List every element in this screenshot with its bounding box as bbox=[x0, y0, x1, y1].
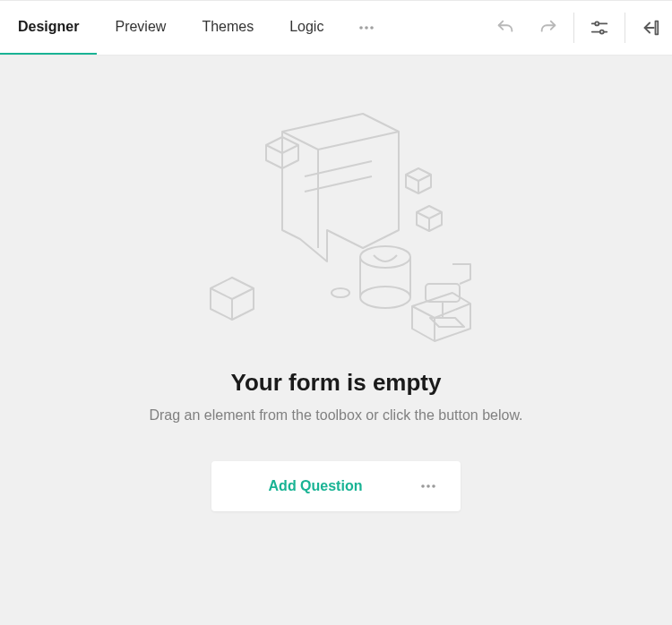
svg-point-6 bbox=[600, 30, 604, 34]
svg-point-2 bbox=[371, 26, 375, 30]
toolbar-actions bbox=[484, 1, 672, 55]
empty-form-illustration-icon bbox=[184, 105, 488, 347]
dots-horizontal-icon bbox=[419, 477, 437, 495]
designer-canvas: Your form is empty Drag an element from … bbox=[0, 56, 672, 625]
undo-icon bbox=[495, 18, 515, 38]
top-toolbar: Designer Preview Themes Logic bbox=[0, 0, 672, 56]
collapse-panel-button[interactable] bbox=[629, 0, 672, 56]
redo-button[interactable] bbox=[527, 0, 570, 56]
redo-icon bbox=[538, 18, 558, 38]
svg-point-1 bbox=[366, 26, 369, 30]
svg-point-15 bbox=[433, 484, 436, 488]
svg-rect-8 bbox=[656, 21, 659, 35]
svg-point-10 bbox=[360, 287, 410, 308]
empty-state-subtitle: Drag an element from the toolbox or clic… bbox=[149, 407, 522, 424]
toolbar-divider bbox=[625, 13, 625, 43]
svg-point-9 bbox=[360, 246, 410, 268]
tab-list: Designer Preview Themes Logic bbox=[0, 1, 392, 55]
add-question-card: Add Question bbox=[211, 461, 461, 511]
add-question-button[interactable]: Add Question bbox=[229, 478, 390, 494]
dots-horizontal-icon bbox=[358, 19, 375, 37]
svg-point-11 bbox=[332, 288, 349, 297]
svg-point-13 bbox=[422, 484, 426, 488]
tab-designer[interactable]: Designer bbox=[0, 1, 97, 55]
empty-illustration bbox=[175, 100, 497, 351]
add-question-more-button[interactable] bbox=[419, 477, 443, 495]
undo-button[interactable] bbox=[484, 0, 527, 56]
svg-point-0 bbox=[360, 26, 364, 30]
sliders-icon bbox=[590, 18, 609, 38]
svg-point-14 bbox=[427, 484, 431, 488]
tab-themes[interactable]: Themes bbox=[184, 1, 271, 55]
settings-button[interactable] bbox=[578, 0, 621, 56]
svg-point-4 bbox=[595, 21, 599, 25]
collapse-right-icon bbox=[641, 18, 660, 38]
tab-preview[interactable]: Preview bbox=[97, 1, 184, 55]
tabs-overflow-button[interactable] bbox=[341, 1, 392, 55]
tab-logic[interactable]: Logic bbox=[271, 1, 341, 55]
toolbar-divider bbox=[573, 13, 574, 43]
svg-rect-12 bbox=[426, 284, 460, 302]
empty-state-title: Your form is empty bbox=[230, 369, 441, 397]
